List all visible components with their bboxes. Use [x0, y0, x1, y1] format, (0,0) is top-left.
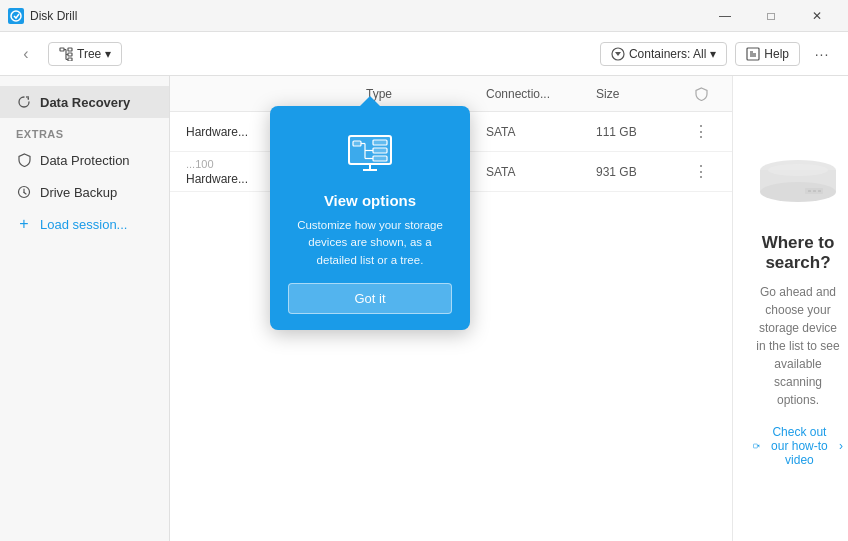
- svg-rect-34: [808, 190, 811, 192]
- drive-svg-icon: [753, 150, 843, 210]
- content-area: Type Connectio... Size Hardware... Hardw…: [170, 76, 732, 541]
- svg-rect-4: [68, 58, 72, 61]
- data-recovery-label: Data Recovery: [40, 95, 130, 110]
- svg-point-31: [760, 182, 836, 202]
- maximize-button[interactable]: □: [748, 0, 794, 32]
- popup-icon-area: [288, 126, 452, 180]
- svg-rect-36: [818, 190, 821, 192]
- sidebar: Data Recovery Extras Data Protection Dri…: [0, 76, 170, 541]
- svg-line-17: [24, 193, 26, 195]
- view-chevron-icon: ▾: [105, 47, 111, 61]
- svg-rect-21: [353, 141, 361, 146]
- how-to-link-text: Check out our how-to video: [764, 425, 835, 467]
- load-session-label: Load session...: [40, 217, 127, 232]
- row-1-connection: SATA: [486, 125, 596, 139]
- more-menu-button[interactable]: ···: [808, 40, 836, 68]
- filter-icon: [611, 47, 625, 61]
- svg-rect-35: [813, 190, 816, 192]
- col-type-header: Type: [366, 87, 486, 101]
- video-icon: [753, 441, 760, 451]
- svg-rect-22: [373, 140, 387, 145]
- shield-icon: [16, 152, 32, 168]
- svg-point-0: [11, 11, 21, 21]
- col-connection-header: Connectio...: [486, 87, 596, 101]
- svg-rect-3: [68, 53, 72, 56]
- help-label: Help: [764, 47, 789, 61]
- row-2-more-button[interactable]: ⋮: [686, 162, 716, 181]
- main-layout: Data Recovery Extras Data Protection Dri…: [0, 76, 848, 541]
- window-controls: — □ ✕: [702, 0, 840, 32]
- popup-title: View options: [288, 192, 452, 209]
- svg-point-32: [768, 164, 828, 176]
- containers-dropdown[interactable]: Containers: All ▾: [600, 42, 727, 66]
- view-tree-button[interactable]: Tree ▾: [48, 42, 122, 66]
- drive-backup-label: Drive Backup: [40, 185, 117, 200]
- sidebar-item-data-protection[interactable]: Data Protection: [0, 144, 169, 176]
- shield-header-icon: [686, 87, 716, 101]
- how-to-video-link[interactable]: Check out our how-to video ›: [753, 425, 843, 467]
- load-session-button[interactable]: + Load session...: [0, 208, 169, 240]
- row-2-size: 931 GB: [596, 165, 686, 179]
- data-recovery-icon: [16, 94, 32, 110]
- svg-rect-1: [60, 48, 64, 51]
- got-it-button[interactable]: Got it: [288, 283, 452, 314]
- view-options-popup: View options Customize how your storage …: [270, 106, 470, 330]
- extras-label: Extras: [0, 118, 169, 144]
- svg-rect-2: [68, 48, 72, 51]
- view-options-icon: [343, 126, 397, 180]
- minimize-button[interactable]: —: [702, 0, 748, 32]
- where-to-search-desc: Go ahead and choose your storage device …: [753, 283, 843, 409]
- help-button[interactable]: Help: [735, 42, 800, 66]
- plus-icon: +: [16, 216, 32, 232]
- popup-description: Customize how your storage devices are s…: [288, 217, 452, 269]
- app-title: Disk Drill: [30, 9, 702, 23]
- row-2-connection: SATA: [486, 165, 596, 179]
- how-to-link-arrow: ›: [839, 439, 843, 453]
- title-bar: Disk Drill — □ ✕: [0, 0, 848, 32]
- svg-rect-23: [373, 148, 387, 153]
- help-icon: [746, 47, 760, 61]
- svg-rect-37: [753, 444, 757, 448]
- sidebar-item-data-recovery[interactable]: Data Recovery: [0, 86, 169, 118]
- row-1-more-button[interactable]: ⋮: [686, 122, 716, 141]
- sidebar-item-drive-backup[interactable]: Drive Backup: [0, 176, 169, 208]
- where-to-search-title: Where to search?: [753, 233, 843, 273]
- close-button[interactable]: ✕: [794, 0, 840, 32]
- col-size-header: Size: [596, 87, 686, 101]
- drive-illustration: [753, 150, 843, 213]
- svg-rect-24: [373, 156, 387, 161]
- clock-icon: [16, 184, 32, 200]
- row-1-size: 111 GB: [596, 125, 686, 139]
- containers-label: Containers: All: [629, 47, 706, 61]
- toolbar: ‹ Tree ▾ Containers: All ▾ Hel: [0, 32, 848, 76]
- back-button[interactable]: ‹: [12, 40, 40, 68]
- containers-chevron-icon: ▾: [710, 47, 716, 61]
- data-protection-label: Data Protection: [40, 153, 130, 168]
- right-panel: Where to search? Go ahead and choose you…: [732, 76, 848, 541]
- tree-icon: [59, 47, 73, 61]
- view-label: Tree: [77, 47, 101, 61]
- app-icon: [8, 8, 24, 24]
